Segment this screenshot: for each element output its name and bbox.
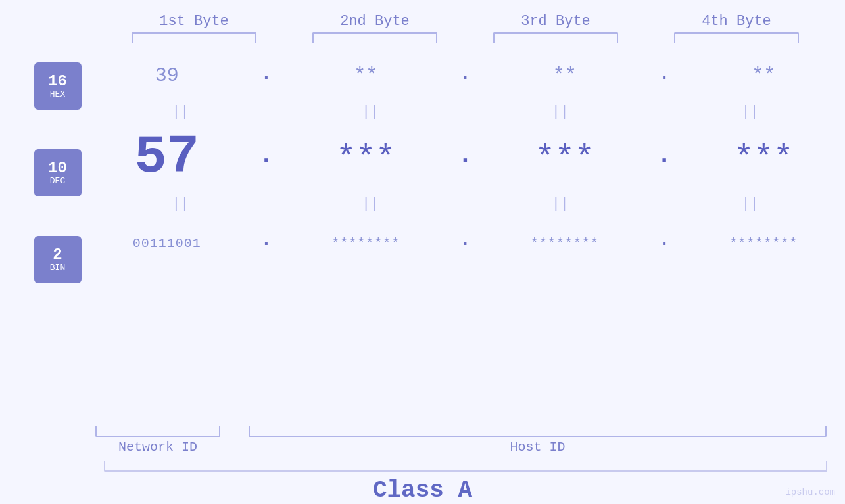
hex-cell-2: ** [293,64,438,87]
dot-d1: . [259,141,274,175]
badges-column: 16 HEX 10 DEC 2 BIN [0,49,85,283]
dot-d2: . [458,141,473,175]
hex-badge: 16 HEX [34,62,82,110]
bracket-b1 [132,32,256,43]
byte1-label: 1st Byte [122,13,266,30]
eq1-2: || [298,104,443,120]
bin-cell-2: ******** [293,236,438,251]
equals-row-1: || || || || [85,102,845,122]
dec-cell-3: *** [493,139,637,177]
bin-badge-num: 2 [53,246,62,263]
host-bottom-bracket [249,426,827,437]
eq2-2: || [298,196,443,212]
host-id-label: Host ID [510,440,565,455]
dec-val-2: *** [336,139,395,177]
dot-d3: . [657,141,672,175]
eq2-3: || [488,196,633,212]
hex-cell-4: ** [691,64,836,87]
bin-cell-4: ******** [691,236,836,251]
net-bottom-bracket [95,426,220,437]
dec-badge: 10 DEC [34,149,82,196]
hex-val-3: ** [553,64,577,87]
eq1-1: || [108,104,253,120]
network-id-label: Network ID [118,440,197,455]
dot-b1: . [261,230,272,257]
hex-badge-base: HEX [50,90,65,99]
dec-cell-1: 57 [95,131,239,185]
dec-val-1: 57 [134,131,199,185]
hex-badge-num: 16 [48,73,67,90]
class-bracket [104,461,827,472]
dec-val-3: *** [535,139,594,177]
dot-h1: . [261,64,272,88]
hex-cell-3: ** [493,64,637,87]
main-container: 1st Byte 2nd Byte 3rd Byte 4th Byte 16 H… [0,0,845,504]
data-grid: 39 . ** . ** . ** || || || || [85,49,845,273]
eq2-4: || [678,196,823,212]
bin-row: 00111001 . ******** . ******** . *******… [85,214,845,273]
byte3-label: 3rd Byte [483,13,628,30]
dec-cell-2: *** [293,139,438,177]
bin-val-1: 00111001 [133,236,201,251]
equals-row-2: || || || || [85,194,845,214]
dot-h2: . [460,64,471,88]
hex-val-1: 39 [155,64,179,87]
watermark: ipshu.com [785,487,835,497]
dec-row: 57 . *** . *** . *** [85,122,845,194]
dec-badge-base: DEC [50,177,65,186]
bracket-b2 [312,32,437,43]
bracket-b4 [674,32,799,43]
eq1-3: || [488,104,633,120]
hex-cell-1: 39 [95,64,239,87]
bin-badge-base: BIN [50,263,65,273]
bin-cell-1: 00111001 [95,236,239,251]
eq2-1: || [108,196,253,212]
hex-row: 39 . ** . ** . ** [85,49,845,102]
byte4-label: 4th Byte [664,13,809,30]
bin-val-4: ******** [729,236,798,251]
bin-cell-3: ******** [493,236,637,251]
byte-headers: 1st Byte 2nd Byte 3rd Byte 4th Byte [104,13,827,30]
hex-val-2: ** [354,64,377,87]
eq1-4: || [678,104,823,120]
bin-val-2: ******** [331,236,400,251]
dec-cell-4: *** [691,139,836,177]
top-brackets [104,32,827,43]
dot-b2: . [460,230,471,257]
hex-val-4: ** [752,64,775,87]
dot-h3: . [659,64,670,88]
bracket-b3 [493,32,618,43]
dec-badge-num: 10 [48,160,67,177]
byte2-label: 2nd Byte [302,13,447,30]
class-label: Class A [0,477,845,504]
dec-val-4: *** [734,139,793,177]
dot-b3: . [659,230,670,257]
bin-badge: 2 BIN [34,236,82,283]
bin-val-3: ******** [531,236,599,251]
